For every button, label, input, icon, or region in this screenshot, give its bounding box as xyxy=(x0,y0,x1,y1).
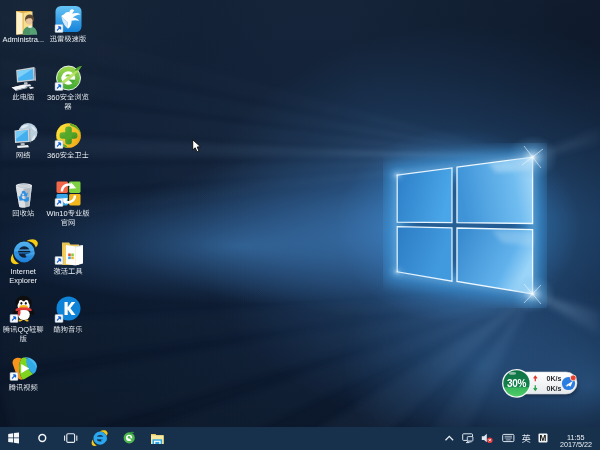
svg-text:Explorer: Explorer xyxy=(9,276,37,285)
svg-text:Administra...: Administra... xyxy=(2,35,44,44)
svg-text:M: M xyxy=(540,434,547,443)
svg-text:Win10: Win10 xyxy=(46,209,67,218)
svg-text:360: 360 xyxy=(47,151,60,160)
svg-text:0K/s: 0K/s xyxy=(547,375,562,382)
svg-text:0K/s: 0K/s xyxy=(547,385,562,392)
svg-text:360: 360 xyxy=(47,93,60,102)
svg-text:QQ: QQ xyxy=(17,325,29,334)
svg-text:Internet: Internet xyxy=(11,267,37,276)
svg-text:30%: 30% xyxy=(507,378,527,389)
